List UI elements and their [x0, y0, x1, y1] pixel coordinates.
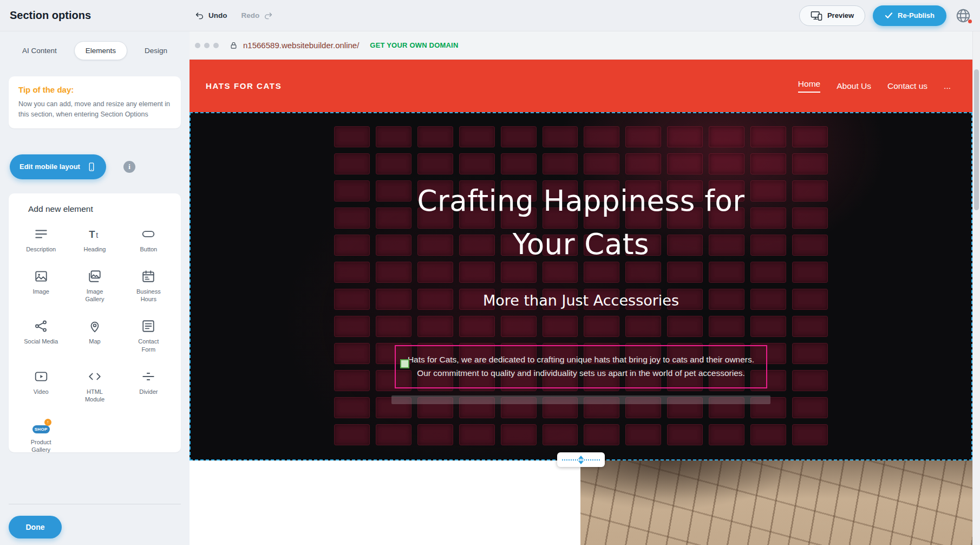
image-icon — [34, 269, 48, 283]
description-icon — [34, 227, 48, 241]
undo-icon — [195, 11, 205, 21]
scrollbar-thumb[interactable] — [974, 69, 979, 210]
history-controls: Undo Redo — [195, 11, 273, 21]
add-element-product-gallery[interactable]: SHOP ↑ Product Gallery — [14, 420, 68, 454]
image-gallery-icon — [88, 269, 102, 283]
add-element-card: Add new element Description Tt Heading B… — [9, 193, 181, 452]
undo-button[interactable]: Undo — [195, 11, 227, 21]
add-element-map[interactable]: Map — [68, 319, 121, 353]
html-module-icon — [88, 369, 102, 384]
site-nav-home[interactable]: Home — [798, 79, 820, 93]
window-controls — [195, 43, 219, 48]
language-globe-button[interactable] — [954, 7, 972, 25]
element-label: Video — [34, 388, 49, 395]
preview-button[interactable]: Preview — [799, 5, 865, 26]
element-label: Image — [32, 288, 49, 295]
add-element-html-module[interactable]: HTML Module — [68, 369, 121, 404]
hero-subheading[interactable]: More than Just Accessories — [191, 292, 971, 309]
address-bar-url[interactable]: n1566589.websitebuilder.online/ — [243, 41, 359, 50]
redo-label: Redo — [241, 11, 260, 20]
app-root: Section options Undo Redo Preview Re-Pub… — [0, 0, 980, 545]
edit-mobile-layout-button[interactable]: Edit mobile layout — [10, 154, 106, 179]
tip-title: Tip of the day: — [18, 85, 171, 94]
redo-icon — [263, 11, 273, 21]
add-element-heading[interactable]: Tt Heading — [68, 227, 121, 253]
done-button[interactable]: Done — [9, 516, 62, 538]
next-section[interactable] — [190, 460, 972, 545]
map-icon — [88, 319, 102, 333]
element-resize-handle[interactable] — [400, 359, 409, 368]
element-grid: Description Tt Heading Button Image Imag… — [14, 227, 175, 454]
get-your-own-domain-link[interactable]: GET YOUR OWN DOMAIN — [370, 41, 458, 49]
add-element-video[interactable]: Video — [14, 369, 68, 404]
window-dot — [213, 43, 219, 48]
sidebar-divider — [9, 504, 181, 504]
add-element-social-media[interactable]: Social Media — [14, 319, 68, 353]
contact-form-icon — [141, 319, 155, 333]
page-scrollbar — [972, 31, 980, 545]
paragraph-element-selected[interactable]: Hats for Cats, we are dedicated to craft… — [395, 345, 767, 388]
tip-body: Now you can add, move and resize any ele… — [18, 99, 171, 120]
arrow-up-icon — [578, 456, 584, 459]
arrow-down-icon — [578, 461, 584, 464]
phone-icon — [87, 161, 96, 172]
shop-pill: SHOP — [32, 425, 50, 433]
add-element-divider[interactable]: Divider — [122, 369, 175, 404]
divider-icon — [141, 369, 155, 384]
republish-label: Re-Publish — [898, 11, 935, 20]
add-element-business-hours[interactable]: Business Hours — [122, 269, 175, 303]
add-element-button[interactable]: Button — [122, 227, 175, 253]
tab-design[interactable]: Design — [141, 42, 171, 60]
hero-heading-line1: Crafting Happiness for — [191, 179, 971, 223]
add-element-description[interactable]: Description — [14, 227, 68, 253]
preview-label: Preview — [827, 11, 854, 20]
social-media-icon — [34, 319, 48, 333]
section-height-drag-handle[interactable] — [557, 452, 605, 467]
site-logo[interactable]: HATS FOR CATS — [206, 81, 282, 90]
undo-label: Undo — [208, 11, 227, 20]
site-nav-contact-us[interactable]: Contact us — [887, 81, 927, 91]
info-icon[interactable]: i — [123, 161, 135, 173]
site-preview: HATS FOR CATS Home About Us Contact us .… — [190, 60, 972, 545]
element-label: Description — [26, 245, 56, 253]
tab-ai-content[interactable]: AI Content — [19, 42, 60, 60]
element-label: Social Media — [24, 338, 58, 345]
lock-icon — [230, 41, 238, 49]
editor-canvas: n1566589.websitebuilder.online/ GET YOUR… — [190, 31, 980, 545]
window-dot — [204, 43, 210, 48]
paving-photo — [580, 460, 972, 545]
site-nav-more[interactable]: ... — [944, 81, 951, 91]
site-nav-about-us[interactable]: About Us — [837, 81, 871, 91]
element-label: Divider — [139, 388, 158, 395]
add-element-image-gallery[interactable]: Image Gallery — [68, 269, 121, 303]
hero-heading[interactable]: Crafting Happiness for Your Cats — [191, 179, 971, 265]
site-nav: Home About Us Contact us ... — [798, 79, 951, 93]
svg-text:t: t — [96, 230, 98, 239]
site-header: HATS FOR CATS Home About Us Contact us .… — [190, 60, 972, 112]
add-element-contact-form[interactable]: Contact Form — [122, 319, 175, 353]
edit-mobile-layout-label: Edit mobile layout — [19, 163, 80, 171]
done-label: Done — [26, 523, 45, 531]
window-dot — [195, 43, 200, 48]
drag-ghost-bar — [391, 395, 770, 404]
hero-heading-line2: Your Cats — [191, 223, 971, 266]
notification-dot — [968, 20, 972, 23]
topbar: Section options Undo Redo Preview Re-Pub… — [0, 0, 980, 31]
topbar-actions: Preview Re-Publish — [799, 5, 972, 26]
redo-button[interactable]: Redo — [241, 11, 273, 21]
element-label: Business Hours — [130, 288, 166, 303]
republish-button[interactable]: Re-Publish — [873, 5, 946, 26]
add-element-image[interactable]: Image — [14, 269, 68, 303]
element-label: Map — [89, 338, 100, 345]
check-icon — [885, 12, 893, 19]
hero-content: Crafting Happiness for Your Cats More th… — [191, 113, 971, 459]
element-label: Image Gallery — [77, 288, 113, 303]
tab-elements[interactable]: Elements — [74, 41, 127, 60]
element-label: HTML Module — [77, 388, 113, 404]
hero-section-selected[interactable]: Crafting Happiness for Your Cats More th… — [190, 112, 972, 460]
product-gallery-icon: SHOP ↑ — [32, 420, 50, 434]
video-icon — [34, 369, 48, 384]
devices-icon — [811, 10, 822, 21]
button-icon — [141, 227, 155, 241]
add-element-title: Add new element — [28, 204, 175, 214]
